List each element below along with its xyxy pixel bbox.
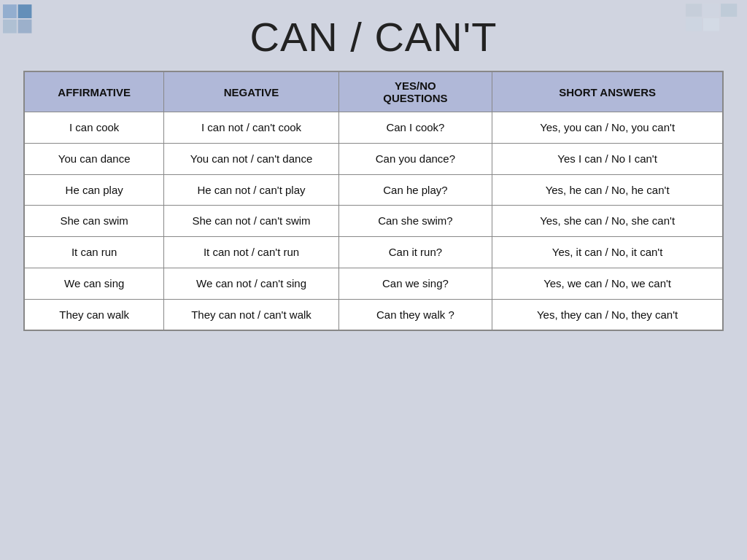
cell-short_answer-1: Yes I can / No I can't	[492, 143, 723, 174]
cell-short_answer-0: Yes, you can / No, you can't	[492, 112, 723, 144]
main-table-container: AFFIRMATIVE NEGATIVE YES/NO QUESTIONS SH…	[23, 71, 724, 331]
cell-question-1: Can you dance?	[338, 143, 492, 174]
svg-rect-0	[3, 4, 17, 18]
corner-decoration-tr	[686, 3, 744, 47]
header-affirmative: AFFIRMATIVE	[25, 72, 164, 112]
cell-negative-0: I can not / can't cook	[164, 112, 338, 144]
cell-negative-3: She can not / can't swim	[164, 206, 338, 237]
cell-short_answer-4: Yes, it can / No, it can't	[492, 237, 723, 268]
table-header-row: AFFIRMATIVE NEGATIVE YES/NO QUESTIONS SH…	[25, 72, 723, 112]
cell-affirmative-5: We can sing	[25, 268, 164, 299]
cell-question-4: Can it run?	[338, 237, 492, 268]
svg-rect-1	[18, 4, 32, 18]
table-row: It can runIt can not / can't runCan it r…	[25, 237, 723, 268]
cell-question-2: Can he play?	[338, 174, 492, 206]
svg-rect-2	[3, 20, 17, 34]
cell-question-3: Can she swim?	[338, 206, 492, 237]
table-row: I can cookI can not / can't cookCan I co…	[25, 112, 723, 144]
svg-rect-4	[686, 4, 702, 17]
header-short-answers: SHORT ANSWERS	[492, 72, 723, 112]
svg-rect-3	[18, 20, 32, 34]
table-row: You can danceYou can not / can't danceCa…	[25, 143, 723, 174]
cell-affirmative-1: You can dance	[25, 143, 164, 174]
cell-negative-1: You can not / can't dance	[164, 143, 338, 174]
cell-short_answer-2: Yes, he can / No, he can't	[492, 174, 723, 206]
cell-question-6: Can they walk ?	[338, 299, 492, 330]
table-row: She can swimShe can not / can't swimCan …	[25, 206, 723, 237]
cell-affirmative-2: He can play	[25, 174, 164, 206]
header-negative: NEGATIVE	[164, 72, 338, 112]
cell-negative-4: It can not / can't run	[164, 237, 338, 268]
cell-affirmative-4: It can run	[25, 237, 164, 268]
table-body: I can cookI can not / can't cookCan I co…	[25, 112, 723, 330]
cell-question-0: Can I cook?	[338, 112, 492, 144]
table-row: He can playHe can not / can't playCan he…	[25, 174, 723, 206]
svg-rect-5	[703, 4, 719, 17]
cell-short_answer-3: Yes, she can / No, she can't	[492, 206, 723, 237]
cell-short_answer-5: Yes, we can / No, we can't	[492, 268, 723, 299]
cell-negative-5: We can not / can't sing	[164, 268, 338, 299]
svg-rect-8	[703, 18, 719, 31]
cell-affirmative-3: She can swim	[25, 206, 164, 237]
corner-decoration-tl	[3, 3, 47, 47]
svg-rect-7	[686, 18, 702, 31]
cell-short_answer-6: Yes, they can / No, they can't	[492, 299, 723, 330]
svg-rect-6	[721, 4, 737, 17]
cell-negative-2: He can not / can't play	[164, 174, 338, 206]
cell-question-5: Can we sing?	[338, 268, 492, 299]
cell-negative-6: They can not / can't walk	[164, 299, 338, 330]
title-area: CAN / CAN'T	[0, 0, 747, 71]
cell-affirmative-0: I can cook	[25, 112, 164, 144]
page-title: CAN / CAN'T	[0, 13, 747, 61]
table-row: They can walkThey can not / can't walkCa…	[25, 299, 723, 330]
cell-affirmative-6: They can walk	[25, 299, 164, 330]
header-yes-no: YES/NO QUESTIONS	[338, 72, 492, 112]
can-cant-table: AFFIRMATIVE NEGATIVE YES/NO QUESTIONS SH…	[24, 71, 723, 330]
table-row: We can singWe can not / can't singCan we…	[25, 268, 723, 299]
